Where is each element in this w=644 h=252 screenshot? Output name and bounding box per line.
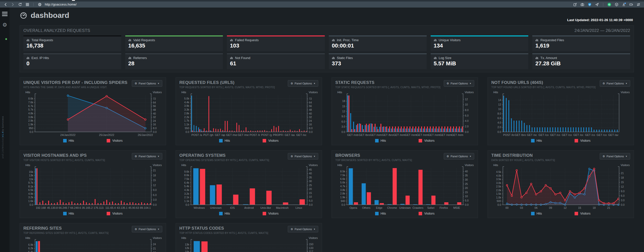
panel-options-button[interactable]: ⚙ Panel Options ▼ [444, 80, 474, 87]
address-bar[interactable]: http://goaccess.home/ [45, 3, 573, 6]
svg-text:6.2k: 6.2k [28, 247, 33, 250]
svg-text:9.0: 9.0 [621, 190, 625, 193]
legend-item-hits[interactable]: Hits [219, 212, 230, 215]
svg-text:4.0: 4.0 [497, 121, 501, 124]
back-icon[interactable] [3, 2, 8, 7]
menu-icon[interactable] [2, 12, 8, 16]
svg-text:111.65.4: 111.65.4 [105, 206, 116, 209]
legend-item-hits[interactable]: Hits [63, 212, 74, 215]
summary-card: Log Size 5.57 MiB [431, 53, 529, 69]
legend-item-hits[interactable]: Hits [375, 139, 386, 142]
panel-title: REQUESTED FILES (URLS) [179, 80, 275, 85]
svg-text:5.0: 5.0 [309, 199, 313, 202]
svg-text:24/Jan/2022: 24/Jan/2022 [60, 133, 76, 136]
svg-text:40: 40 [309, 172, 312, 175]
svg-text:3.9k: 3.9k [184, 104, 189, 107]
svg-text:3.2k: 3.2k [28, 196, 33, 199]
battery-icon[interactable] [629, 2, 634, 7]
svg-text:8.6k: 8.6k [28, 97, 33, 100]
reload-icon[interactable] [18, 2, 23, 7]
panel-options-button[interactable]: ⚙ Panel Options ▼ [288, 80, 318, 87]
legend-item-visitors[interactable]: Visitors [419, 212, 434, 215]
download-icon[interactable] [621, 2, 626, 7]
bar-chart-icon [434, 38, 437, 42]
send-icon[interactable] [594, 2, 599, 7]
legend-item-visitors[interactable]: Visitors [263, 139, 278, 142]
legend-item-visitors[interactable]: Visitors [419, 139, 434, 142]
legend-item-hits[interactable]: Hits [531, 212, 542, 215]
panel-options-button[interactable]: ⚙ Panel Options ▼ [288, 226, 318, 232]
legend-item-hits[interactable]: Hits [219, 139, 230, 142]
panel-options-button[interactable]: ⚙ Panel Options ▼ [132, 153, 162, 160]
grammarly-icon[interactable]: G [607, 2, 612, 7]
svg-text:10: 10 [465, 195, 468, 198]
summary-card: Valid Requests 16,635 [125, 35, 223, 51]
bar-chart-icon [535, 56, 539, 60]
apps-grid-icon[interactable] [25, 2, 30, 7]
camera-icon[interactable] [580, 2, 585, 7]
svg-text:48: 48 [153, 108, 156, 111]
svg-text:11k: 11k [29, 178, 33, 181]
hits-legend-swatch [375, 212, 379, 215]
legend-item-visitors[interactable]: Visitors [575, 139, 590, 142]
svg-text:Visitors: Visitors [465, 91, 474, 94]
extension-cube-icon[interactable] [614, 2, 619, 7]
svg-text:12: 12 [153, 184, 156, 187]
globe-icon[interactable] [37, 2, 42, 7]
panels-grid: UNIQUE VISITORS PER DAY - INCLUDING SPID… [10, 77, 644, 252]
legend-item-visitors[interactable]: Visitors [575, 212, 590, 215]
legend-item-hits[interactable]: Hits [63, 139, 74, 142]
card-value: 27.28 GiB [535, 60, 627, 67]
panel-options-button[interactable]: ⚙ Panel Options ▼ [132, 80, 162, 87]
footer-version-link[interactable]: v1.4 [1, 132, 4, 137]
svg-text:10: 10 [498, 108, 501, 111]
svg-text:POST /a: POST /a [191, 133, 202, 136]
svg-text:Visitors: Visitors [309, 164, 318, 167]
svg-text:0.0: 0.0 [29, 130, 33, 133]
caret-down-icon: ▼ [313, 155, 315, 158]
svg-text:0.0: 0.0 [341, 203, 345, 206]
legend-item-visitors[interactable]: Visitors [107, 139, 123, 142]
tune-icon[interactable] [636, 2, 641, 7]
svg-text:Visitors: Visitors [465, 164, 474, 167]
pin-icon[interactable] [573, 2, 578, 7]
card-value: 16,635 [128, 42, 220, 49]
svg-text:1.6k: 1.6k [28, 199, 33, 203]
settings-gear-icon[interactable]: ⚙ [0, 22, 10, 27]
panel-options-button[interactable]: ⚙ Panel Options ▼ [132, 226, 162, 232]
svg-text:12k: 12k [185, 246, 189, 249]
shield-check-icon[interactable] [587, 2, 592, 7]
svg-text:35: 35 [309, 176, 312, 179]
svg-text:150: 150 [309, 243, 313, 246]
svg-text:12: 12 [498, 103, 501, 106]
panel-subtitle: TOP HTTP STATUS CODES SORTED BY HITS [, … [179, 232, 268, 234]
svg-text:06: 06 [535, 206, 538, 209]
svg-text:18: 18 [621, 176, 624, 179]
svg-text:176.113.: 176.113. [94, 206, 104, 209]
card-label: Unique Visitors [439, 38, 461, 42]
panel-options-button[interactable]: ⚙ Panel Options ▼ [288, 153, 318, 160]
svg-text:21: 21 [153, 169, 156, 172]
legend-item-hits[interactable]: Hits [375, 212, 386, 215]
svg-text:25: 25 [309, 184, 312, 187]
forward-icon[interactable] [10, 2, 15, 7]
svg-text:15k: 15k [29, 170, 33, 173]
card-label: Valid Requests [133, 38, 155, 42]
gear-icon: ⚙ [135, 228, 137, 231]
svg-text:72: 72 [309, 97, 312, 100]
legend-item-visitors[interactable]: Visitors [107, 212, 123, 215]
sidebar: ⚙ and (JS/WSocket)v1.4by GoAccess [0, 8, 10, 252]
panel-options-button[interactable]: ⚙ Panel Options ▼ [444, 153, 474, 160]
legend-item-visitors[interactable]: Visitors [263, 212, 278, 215]
svg-text:03: 03 [520, 206, 523, 209]
svg-text:3.0: 3.0 [153, 198, 157, 201]
svg-text:9.0: 9.0 [153, 188, 157, 191]
panel-options-button[interactable]: ⚙ Panel Options ▼ [600, 80, 630, 87]
panel-options-button[interactable]: ⚙ Panel Options ▼ [600, 153, 630, 160]
svg-text:15: 15 [342, 105, 345, 108]
svg-text:45: 45 [309, 168, 312, 171]
svg-text:4.0: 4.0 [465, 119, 469, 122]
legend-item-hits[interactable]: Hits [531, 139, 542, 142]
chart-legend: Hits Visitors [335, 139, 474, 142]
svg-text:Macintosh: Macintosh [276, 206, 289, 209]
